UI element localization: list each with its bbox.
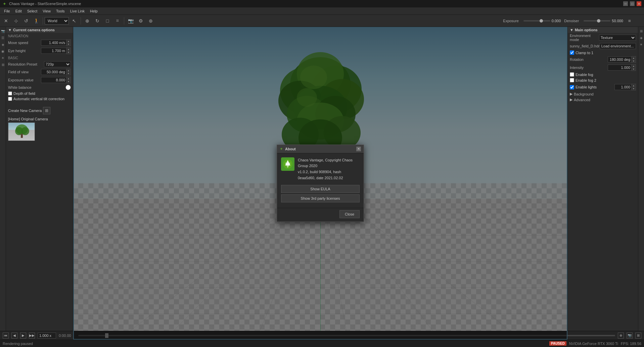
toolbar-translate-btn[interactable]: ⊕ — [83, 16, 92, 26]
move-speed-up[interactable]: ▲ — [66, 40, 71, 43]
window-controls: ─ □ ✕ — [623, 1, 641, 6]
lights-intensity-input[interactable] — [614, 84, 631, 90]
left-icon-layers[interactable]: ☰ — [0, 35, 6, 40]
dialog-app-info: Chaos Vantage, Copyright Chaos Group 202… — [298, 157, 360, 181]
toolbar-rotate-btn[interactable]: ↺ — [21, 16, 31, 26]
timeline-prev-btn[interactable]: ◀ — [11, 333, 17, 339]
timeline-screenshot-btn[interactable]: 📷 — [627, 333, 633, 339]
toolbar-box-btn[interactable]: □ — [103, 16, 112, 26]
depth-of-field-row: Depth of field — [6, 91, 73, 96]
menu-edit[interactable]: Edit — [13, 8, 25, 14]
right-icon-2[interactable]: ◈ — [639, 35, 644, 40]
speed-display[interactable] — [38, 333, 56, 339]
fov-input[interactable] — [41, 69, 66, 75]
toolbar-cursor-btn[interactable]: ✕ — [1, 16, 11, 26]
exposure-slider-track[interactable] — [523, 20, 550, 22]
show-3rdparty-button[interactable]: Show 3rd party licenses — [281, 194, 360, 202]
denoiser-slider-track[interactable] — [584, 20, 610, 22]
denoiser-toggle-btn[interactable]: ⊞ — [627, 18, 633, 24]
clamp-checkbox[interactable] — [570, 50, 574, 55]
show-eula-button[interactable]: Show EULA — [281, 185, 360, 193]
auto-tilt-checkbox[interactable] — [8, 97, 12, 101]
move-speed-input[interactable] — [41, 40, 66, 46]
timeline-start-btn[interactable]: ⏮ — [3, 333, 9, 339]
eye-height-input[interactable] — [41, 48, 66, 54]
timeline-camera-record-btn[interactable]: ⊕ — [618, 333, 624, 339]
background-row[interactable]: ▶ Background — [568, 91, 638, 97]
rotation-down[interactable]: ▼ — [632, 60, 636, 63]
enable-lights-checkbox[interactable] — [570, 85, 574, 89]
enable-fog2-checkbox[interactable] — [570, 78, 574, 82]
main-options-header[interactable]: ▼ Main options — [568, 27, 638, 33]
svg-rect-3 — [21, 134, 23, 138]
exposure-val-input[interactable] — [41, 77, 66, 83]
toolbar-walk-btn[interactable]: 🚶 — [32, 16, 41, 26]
fov-down[interactable]: ▼ — [66, 72, 71, 75]
rotation-input[interactable] — [608, 56, 631, 63]
load-environment-button[interactable]: Load environment... — [600, 43, 636, 49]
coordinate-system-select[interactable]: World Local Screen — [45, 17, 69, 25]
move-speed-label: Move speed — [8, 41, 41, 45]
left-icon-postfx[interactable]: ⊞ — [0, 62, 6, 67]
eye-height-down[interactable]: ▼ — [66, 51, 71, 54]
menu-select[interactable]: Select — [25, 8, 40, 14]
eye-height-up[interactable]: ▲ — [66, 48, 71, 51]
toolbar-move-btn[interactable]: ⊹ — [11, 16, 21, 26]
intensity-input[interactable] — [608, 65, 631, 71]
dialog-close-x-button[interactable]: ✕ — [356, 147, 361, 151]
minimize-button[interactable]: ─ — [623, 1, 628, 6]
menu-file[interactable]: File — [1, 8, 13, 14]
exposure-slider-thumb[interactable] — [540, 19, 543, 23]
menu-livelink[interactable]: Live Link — [67, 8, 87, 14]
modal-overlay: ✦ About ✕ — [73, 27, 567, 340]
maximize-button[interactable]: □ — [630, 1, 635, 6]
close-button[interactable]: ✕ — [637, 1, 641, 6]
menu-help[interactable]: Help — [87, 8, 100, 14]
move-speed-down[interactable]: ▼ — [66, 43, 71, 46]
dialog-app-name: Chaos Vantage, Copyright Chaos Group 202… — [298, 157, 360, 169]
exposure-val-up[interactable]: ▲ — [66, 77, 71, 80]
toolbar-settings-btn[interactable]: ⚙ — [136, 16, 145, 26]
create-camera-button[interactable]: ⊞ — [43, 107, 50, 114]
timeline-play-btn[interactable]: ▶ — [20, 333, 26, 339]
toolbar-refresh-btn[interactable]: ↻ — [93, 16, 102, 26]
resolution-preset-select[interactable]: 720p 1080p 4K Custom — [44, 61, 71, 67]
exposure-val-input-group: ▲ ▼ — [41, 77, 71, 83]
advanced-row[interactable]: ▶ Advanced — [568, 97, 638, 103]
lights-intensity-down[interactable]: ▼ — [632, 87, 636, 90]
white-balance-swatch[interactable] — [65, 85, 71, 90]
left-icon-lights[interactable]: ☀ — [0, 55, 6, 61]
toolbar-lasso-btn[interactable]: ⌗ — [113, 16, 122, 26]
intensity-up[interactable]: ▲ — [632, 65, 636, 68]
enable-fog-checkbox[interactable] — [570, 72, 574, 77]
toolbar-pointer-btn[interactable]: ↖ — [70, 16, 79, 26]
toolbar-camera-btn[interactable]: 📷 — [126, 16, 135, 26]
toolbar-sep-3 — [124, 17, 124, 25]
menu-view[interactable]: View — [40, 8, 53, 14]
menu-tools[interactable]: Tools — [53, 8, 67, 14]
right-icon-1[interactable]: ⊞ — [639, 28, 644, 34]
viewport[interactable]: ✦ About ✕ — [73, 27, 567, 340]
left-icon-objects[interactable]: ◈ — [0, 42, 6, 47]
left-icon-materials[interactable]: ◉ — [0, 48, 6, 54]
timeline-next-btn[interactable]: ▶▶ — [29, 333, 35, 339]
fov-up[interactable]: ▲ — [66, 69, 71, 72]
advanced-label: Advanced — [574, 98, 590, 102]
camera-thumbnail[interactable] — [8, 122, 35, 141]
right-icon-3[interactable]: ☀ — [639, 42, 644, 47]
env-mode-select[interactable]: Texture Color Gradient — [599, 35, 636, 41]
navigation-section-label: Navigation — [6, 33, 73, 39]
lights-intensity-up[interactable]: ▲ — [632, 84, 636, 87]
rotation-up[interactable]: ▲ — [632, 56, 636, 60]
left-icon-camera[interactable]: 📷 — [0, 28, 6, 34]
intensity-down[interactable]: ▼ — [632, 68, 636, 71]
status-right: PAUSED NVIDIA GeForce RTX 3060 Ti FPS: 1… — [549, 341, 641, 346]
depth-of-field-checkbox[interactable] — [8, 91, 12, 95]
denoiser-slider-thumb[interactable] — [597, 19, 600, 23]
toolbar-grid-btn[interactable]: ⊛ — [146, 16, 155, 26]
exposure-val-down[interactable]: ▼ — [66, 80, 71, 83]
camera-thumb-section: [Home] Original Camera — [6, 116, 73, 142]
dialog-close-button[interactable]: Close — [339, 210, 360, 218]
timeline-fullscreen-btn[interactable]: ⊞ — [635, 333, 641, 339]
camera-options-header[interactable]: ▼ Current camera options — [6, 27, 73, 33]
